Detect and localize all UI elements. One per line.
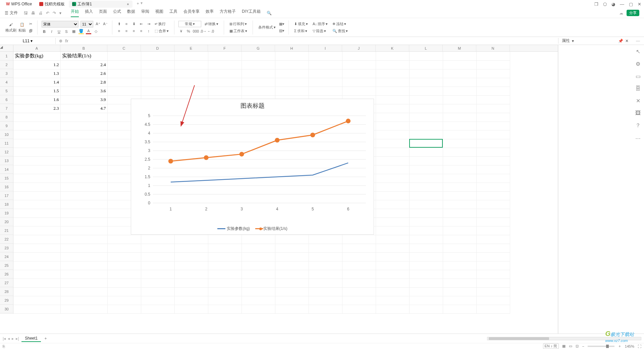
- cell[interactable]: [208, 279, 241, 287]
- tools-icon[interactable]: ✕: [636, 98, 640, 104]
- align-top-icon[interactable]: ⬆: [116, 21, 122, 27]
- row-header[interactable]: 29: [0, 296, 13, 305]
- cell[interactable]: [443, 217, 476, 226]
- cell[interactable]: [376, 104, 409, 113]
- cell[interactable]: [309, 261, 342, 270]
- currency-icon[interactable]: ¥: [178, 29, 184, 34]
- cell[interactable]: [275, 244, 309, 252]
- cell[interactable]: [443, 296, 476, 305]
- cell[interactable]: [409, 69, 443, 78]
- cell[interactable]: [376, 200, 409, 209]
- cell[interactable]: [13, 296, 60, 305]
- convert-button[interactable]: ⇄转换▾: [203, 21, 220, 27]
- row-header[interactable]: 10: [0, 130, 13, 139]
- embedded-chart[interactable]: 图表标题 00.511.522.533.544.55123456 实验参数(kg…: [131, 99, 374, 235]
- add-sheet-button[interactable]: ＋: [44, 336, 48, 341]
- collapse-ribbon-icon[interactable]: —: [632, 39, 644, 43]
- cell[interactable]: [309, 60, 342, 69]
- cell[interactable]: [174, 60, 208, 69]
- cell[interactable]: [376, 174, 409, 183]
- cell[interactable]: [443, 279, 476, 287]
- ribbon-tab-10[interactable]: 方方格子: [220, 9, 236, 17]
- cell[interactable]: 实验参数(kg): [13, 52, 60, 60]
- cell[interactable]: [13, 287, 60, 296]
- cell[interactable]: [443, 69, 476, 78]
- next-sheet-icon[interactable]: ▸: [12, 336, 14, 341]
- col-header[interactable]: D: [141, 45, 174, 51]
- cell[interactable]: 1.3: [13, 69, 60, 78]
- cell[interactable]: [342, 287, 376, 296]
- freeze-button[interactable]: ❄冻结▾: [331, 21, 349, 27]
- cell[interactable]: [376, 252, 409, 261]
- cloud-icon[interactable]: ☁: [619, 11, 623, 15]
- cell[interactable]: [241, 279, 275, 287]
- cell[interactable]: [309, 252, 342, 261]
- cell[interactable]: [342, 69, 376, 78]
- cell[interactable]: 实验结果(1/s): [60, 52, 107, 60]
- cell[interactable]: [476, 252, 510, 261]
- cell[interactable]: [443, 139, 476, 148]
- row-header[interactable]: 18: [0, 200, 13, 209]
- row-header[interactable]: 25: [0, 261, 13, 270]
- cell[interactable]: [241, 87, 275, 95]
- user-avatar-icon[interactable]: ◕: [611, 2, 615, 7]
- search-icon[interactable]: 🔍: [267, 11, 272, 15]
- orientation-icon[interactable]: ↕: [146, 28, 151, 34]
- cell[interactable]: [174, 69, 208, 78]
- zoom-slider[interactable]: [588, 346, 614, 347]
- row-header[interactable]: 30: [0, 305, 13, 313]
- cell[interactable]: [275, 235, 309, 244]
- more-icon[interactable]: ⋯: [635, 135, 641, 142]
- cell[interactable]: [174, 270, 208, 279]
- cell[interactable]: [476, 52, 510, 60]
- cell[interactable]: [376, 191, 409, 200]
- cell[interactable]: [60, 191, 107, 200]
- cell[interactable]: [443, 261, 476, 270]
- cell[interactable]: [409, 252, 443, 261]
- cell[interactable]: [443, 87, 476, 95]
- row-header[interactable]: 17: [0, 191, 13, 200]
- filter-button[interactable]: ▽筛选▾: [311, 28, 329, 34]
- table-style-icon[interactable]: ▦▾: [279, 21, 284, 27]
- comma-icon[interactable]: 000: [193, 29, 199, 34]
- fx-label[interactable]: fx: [65, 39, 68, 43]
- col-header[interactable]: L: [409, 45, 443, 51]
- cell[interactable]: [174, 87, 208, 95]
- expand-fx-icon[interactable]: ⊕: [59, 39, 62, 43]
- qat-dropdown-icon[interactable]: ▾: [59, 11, 61, 15]
- row-header[interactable]: 22: [0, 235, 13, 244]
- cell[interactable]: [376, 270, 409, 279]
- cell[interactable]: 3.9: [60, 95, 107, 104]
- cell[interactable]: [376, 165, 409, 174]
- strikethrough-icon[interactable]: S: [64, 29, 69, 34]
- cell[interactable]: [342, 279, 376, 287]
- cell[interactable]: [275, 69, 309, 78]
- cell[interactable]: [342, 78, 376, 87]
- cell[interactable]: [13, 191, 60, 200]
- cell[interactable]: [443, 165, 476, 174]
- align-justify-icon[interactable]: ≡: [139, 28, 144, 34]
- cell[interactable]: [141, 270, 174, 279]
- col-header[interactable]: H: [275, 45, 309, 51]
- cell[interactable]: [376, 296, 409, 305]
- row-header[interactable]: 7: [0, 104, 13, 113]
- cell[interactable]: [141, 52, 174, 60]
- ribbon-tab-9[interactable]: 效率: [206, 9, 214, 17]
- window-minimize-button[interactable]: —: [620, 2, 624, 7]
- name-box[interactable]: L11 ▾: [0, 38, 56, 44]
- row-header[interactable]: 28: [0, 287, 13, 296]
- cell[interactable]: [476, 200, 510, 209]
- cell[interactable]: [60, 139, 107, 148]
- cell[interactable]: [107, 78, 141, 87]
- chart-legend[interactable]: 实验参数(kg)实验结果(1/s): [131, 223, 374, 233]
- col-header[interactable]: A: [13, 45, 60, 51]
- cell[interactable]: [476, 296, 510, 305]
- status-mode-icon[interactable]: ⎘: [3, 344, 5, 348]
- cell[interactable]: [141, 235, 174, 244]
- cell[interactable]: [309, 270, 342, 279]
- col-header[interactable]: G: [241, 45, 275, 51]
- cell[interactable]: [409, 52, 443, 60]
- row-header[interactable]: 20: [0, 217, 13, 226]
- cell[interactable]: [208, 305, 241, 313]
- border-icon[interactable]: ▦: [71, 29, 76, 34]
